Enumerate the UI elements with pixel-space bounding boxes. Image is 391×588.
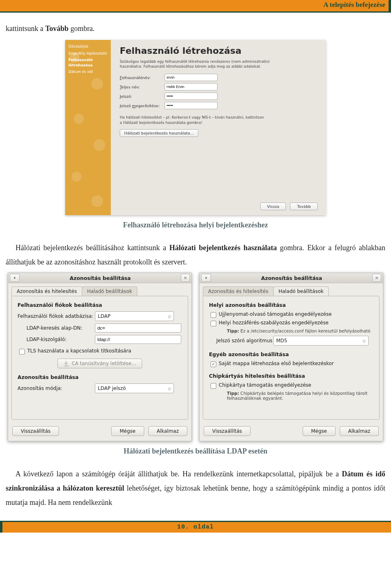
- mode-combo[interactable]: LDAP jelszó◇: [95, 383, 174, 393]
- chevron-down-icon: ◇: [362, 339, 366, 343]
- caption-1: Felhasználó létrehozása helyi bejelentke…: [0, 221, 391, 229]
- hash-combo[interactable]: MD5◇: [273, 336, 369, 346]
- dialog-title: Azonosítás beállítása: [20, 275, 181, 281]
- group-local-auth: Helyi azonosítás beállítása: [209, 302, 373, 308]
- server-label: LDAP-kiszolgáló:: [18, 337, 95, 342]
- paragraph-2: Hálózati bejelentkezés beállításához kat…: [0, 241, 391, 269]
- chevron-down-icon: ◇: [168, 314, 171, 319]
- create-home-label: Saját mappa létrehozása első bejelentkez…: [219, 361, 334, 366]
- smartcard-label: Chipkártya támogatás engedélyezése: [219, 382, 311, 388]
- close-icon[interactable]: ✕: [181, 274, 190, 282]
- smartcard-checkbox[interactable]: [211, 383, 216, 389]
- cancel-button[interactable]: Mégse: [111, 426, 144, 436]
- tip-smartcard: Tipp: Chipkártyás belépés támogatása hel…: [227, 391, 373, 401]
- installer-description: Szükséges legalább egy felhasználót létr…: [120, 59, 275, 69]
- hash-label: Jelszó szóró algoritmus: [209, 338, 273, 344]
- paragraph-1: kattintsunk a Tovább gombra.: [0, 22, 391, 36]
- server-input[interactable]: [95, 335, 181, 344]
- page-footer: 10. oldal: [0, 521, 391, 533]
- window-menu-icon[interactable]: ▾: [201, 274, 211, 282]
- tab-auth[interactable]: Azonosítás és hitelesítés: [203, 286, 274, 296]
- group-auth-setup: Azonosítás beállítása: [18, 374, 182, 380]
- confirm-input[interactable]: [165, 102, 217, 109]
- apply-button[interactable]: Alkalmaz: [148, 426, 187, 436]
- apply-button[interactable]: Alkalmaz: [340, 426, 379, 436]
- download-icon: [64, 361, 69, 366]
- reset-button[interactable]: Visszaállítás: [204, 426, 250, 436]
- tls-label: TLS használata a kapcsolatok titkosításá…: [27, 348, 131, 354]
- tls-checkbox[interactable]: [19, 349, 25, 355]
- confirm-label: Jelszó megerősítése:: [120, 104, 165, 108]
- caption-2: Hálózati bejelentkezés beállítása LDAP e…: [0, 447, 391, 456]
- basedn-label: LDAP-keresés alap-DN:: [18, 325, 95, 331]
- access-checkbox[interactable]: [211, 321, 216, 326]
- db-combo[interactable]: LDAP◇: [95, 311, 174, 321]
- para2-seg1: Hálózati bejelentkezés beállításához kat…: [15, 244, 169, 252]
- para2-bold1: Hálózati bejelentkezés használata: [169, 244, 277, 252]
- group-smartcard: Chipkártyás hitelesítés beállítása: [209, 373, 373, 379]
- dialog-titlebar[interactable]: ▾ Azonosítás beállítása ✕: [200, 273, 383, 283]
- auth-dialog-basic: ▾ Azonosítás beállítása ✕ Azonosítás és …: [8, 273, 192, 441]
- paragraph-3: A következő lapon a számítógép óráját ál…: [0, 467, 391, 510]
- password-input[interactable]: [165, 92, 217, 100]
- dialog-titlebar[interactable]: ▾ Azonosítás beállítása ✕: [8, 273, 191, 283]
- group-other-auth: Egyéb azonosítás beállítása: [209, 351, 373, 357]
- screenshot-user-create: Üdvözöljük Engedély tájékoztató Felhaszn…: [65, 40, 326, 215]
- sidebar-item-license[interactable]: Engedély tájékoztató: [68, 51, 108, 56]
- network-login-button[interactable]: Hálózati bejelentkezés használata...: [120, 129, 198, 137]
- cancel-button[interactable]: Mégse: [303, 426, 336, 436]
- username-label: FFelhasználónév:elhasználónév:: [120, 75, 165, 80]
- tab-advanced[interactable]: Haladó beállítások: [273, 286, 329, 296]
- dialog-row: ▾ Azonosítás beállítása ✕ Azonosítás és …: [0, 269, 391, 441]
- access-label: Helyi hozzáférés-szabályozás engedélyezé…: [219, 320, 329, 326]
- para1-pre: kattintsunk a: [6, 24, 45, 33]
- reset-button[interactable]: Visszaállítás: [12, 426, 59, 436]
- dialog-title: Azonosítás beállítása: [211, 275, 372, 281]
- chevron-down-icon: ◇: [168, 386, 171, 391]
- sidebar-item-welcome[interactable]: Üdvözöljük: [68, 44, 108, 49]
- para1-bold: Tovább: [45, 24, 68, 33]
- para1-post: gombra.: [68, 24, 94, 33]
- installer-heading: Felhasználó létrehozása: [120, 46, 317, 56]
- tab-advanced[interactable]: Haladó beállítások: [82, 286, 138, 296]
- installer-sidebar: Üdvözöljük Engedély tájékoztató Felhaszn…: [65, 40, 111, 215]
- page-header: A telepítés befejezése: [0, 0, 391, 13]
- sidebar-item-create-user[interactable]: Felhasználó létrehozása: [68, 57, 108, 68]
- db-label: Felhasználói fiókok adatbázisa:: [18, 313, 95, 319]
- fingerprint-checkbox[interactable]: [211, 312, 216, 318]
- back-button[interactable]: Vissza: [260, 203, 286, 210]
- fullname-label: Teljes név:: [120, 85, 165, 89]
- password-label: Jelszó:: [120, 94, 165, 99]
- create-home-checkbox[interactable]: [211, 361, 216, 367]
- mode-label: Azonosítás módja:: [18, 385, 95, 391]
- download-ca-button[interactable]: CA tanúsítvány letöltése...: [57, 359, 142, 368]
- username-input[interactable]: [165, 74, 217, 81]
- fullname-input[interactable]: [165, 83, 217, 90]
- window-menu-icon[interactable]: ▾: [10, 274, 20, 282]
- para3-seg1: A következő lapon a számítógép óráját ál…: [15, 470, 342, 478]
- next-button[interactable]: Tovább: [290, 203, 318, 210]
- header-corner-decoration: [389, 0, 391, 13]
- footer-corner-decoration: [0, 521, 2, 533]
- sidebar-item-datetime[interactable]: Dátum és idő: [68, 69, 108, 75]
- fingerprint-label: Ujjlenyomat-olvasó támogatás engedélyezé…: [219, 311, 332, 317]
- tip-access: Tipp: Ez a /etc/security/access.conf fáj…: [227, 328, 373, 333]
- installer-main: Felhasználó létrehozása Szükséges legalá…: [111, 40, 326, 215]
- group-user-accounts: Felhasználói fiókok beállítása: [18, 302, 182, 308]
- close-icon[interactable]: ✕: [372, 274, 381, 282]
- basedn-input[interactable]: [95, 324, 181, 333]
- header-title: A telepítés befejezése: [323, 1, 385, 9]
- auth-dialog-advanced: ▾ Azonosítás beállítása ✕ Azonosítás és …: [199, 273, 383, 441]
- installer-note: Ha hálózati hitelesítést – pl. Kerberos-…: [120, 115, 266, 125]
- page-number: 10. oldal: [177, 524, 214, 531]
- tab-auth[interactable]: Azonosítás és hitelesítés: [11, 286, 82, 296]
